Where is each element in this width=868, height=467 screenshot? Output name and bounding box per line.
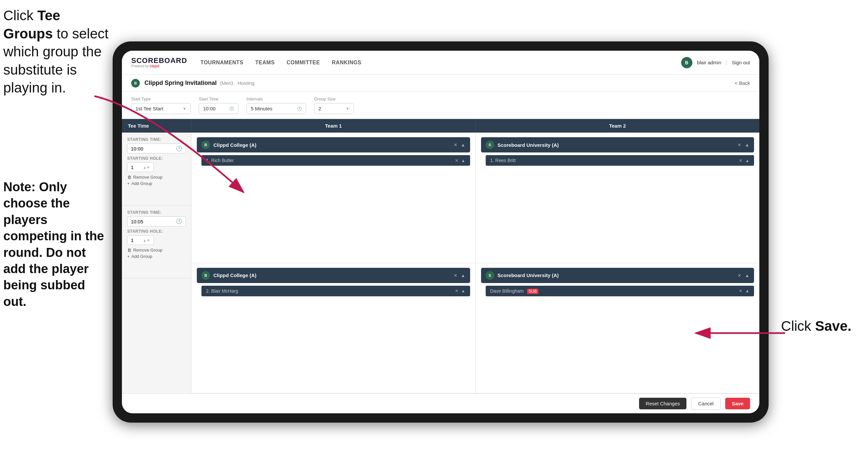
col-team1: Team 1 — [191, 119, 476, 133]
team2-group1-name: Scoreboard University (A) — [498, 142, 559, 148]
team2-group2-card[interactable]: S Scoreboard University (A) ✕ ▲ — [481, 268, 754, 283]
player-blair-expand[interactable]: ▲ — [461, 288, 465, 293]
player-rich-expand[interactable]: ▲ — [461, 158, 465, 163]
player-rich-butler[interactable]: 1. Rich Butler ✕ ▲ — [202, 155, 470, 166]
remove-icon-1: 🗑 — [127, 175, 131, 180]
team1-group2-expand[interactable]: ▲ — [461, 273, 465, 278]
nav-rankings[interactable]: RANKINGS — [332, 58, 362, 67]
team1-group2: B Clippd College (A) ✕ ▲ 2. Blair McHarg — [191, 263, 476, 393]
player-blair-mcharg[interactable]: 2. Blair McHarg ✕ ▲ — [202, 286, 470, 296]
team1-group2-actions: ✕ ▲ — [454, 273, 465, 278]
nav-user: B blair admin | Sign out — [681, 57, 750, 68]
player-rees-britt-name: 1. Rees Britt — [490, 158, 516, 163]
start-time-input[interactable]: 10:00 🕐 — [199, 103, 239, 114]
team2-group1-icon: S — [486, 141, 494, 149]
team1-group2-card[interactable]: B Clippd College (A) ✕ ▲ — [197, 268, 470, 283]
team1-group1-x[interactable]: ✕ — [454, 142, 458, 147]
add-group-label-1: Add Group — [131, 181, 152, 186]
starting-time-input-1[interactable]: 10:00 🕐 — [127, 144, 186, 153]
reset-changes-button[interactable]: Reset Changes — [639, 398, 686, 409]
instruction-tee-groups: Click Tee Groups to select which group t… — [3, 7, 109, 97]
back-button[interactable]: Back — [735, 80, 750, 86]
start-type-input[interactable]: 1st Tee Start ▼ — [131, 103, 191, 114]
team1-group2-x[interactable]: ✕ — [454, 273, 458, 278]
player-dave-x[interactable]: ✕ — [739, 288, 742, 293]
tee-group-1-cell: STARTING TIME: 10:00 🕐 STARTING HOLE: 1 … — [122, 133, 191, 205]
group-size-input[interactable]: 2 ▼ — [314, 103, 354, 114]
teams-row-1: B Clippd College (A) ✕ ▲ 1. Rich Butler — [191, 133, 760, 263]
save-button[interactable]: Save — [725, 398, 750, 409]
remove-group-label-2: Remove Group — [133, 247, 162, 253]
team1-group1-icon: B — [202, 141, 210, 149]
team2-group2-x[interactable]: ✕ — [738, 273, 741, 278]
sub-badge: SUB — [527, 289, 539, 294]
intervals-input[interactable]: 5 Minutes 🕐 — [247, 103, 306, 114]
team2-group1-card[interactable]: S Scoreboard University (A) ✕ ▲ — [481, 137, 754, 152]
tournament-gender: (Men) — [220, 80, 233, 86]
add-group-button-1[interactable]: + Add Group — [127, 181, 186, 186]
team1-group2-icon: B — [202, 271, 210, 280]
clock-icon: 🕐 — [229, 107, 234, 111]
group-size-caret: ▼ — [345, 107, 349, 111]
team2-group2: S Scoreboard University (A) ✕ ▲ Dave Bil… — [476, 263, 760, 393]
starting-hole-value-2: 1 — [131, 237, 133, 243]
hole-caret-1: ▲▼ — [143, 166, 150, 169]
sign-out-link[interactable]: Sign out — [732, 60, 750, 65]
player-dave-name: Dave Billingham SUB — [490, 288, 539, 294]
group-size-label: Group Size — [314, 96, 354, 101]
player-blair-x[interactable]: ✕ — [455, 288, 459, 293]
team2-group1-inner: S Scoreboard University (A) — [486, 141, 738, 149]
starting-time-value-1: 10:00 — [131, 146, 144, 151]
start-type-value: 1st Tee Start — [135, 106, 163, 111]
starting-hole-input-2[interactable]: 1 ▲▼ — [127, 235, 154, 245]
nav-teams[interactable]: TEAMS — [255, 58, 275, 67]
logo: SCOREBOARD Powered by clippd — [131, 57, 187, 68]
time-icon-2: 🕐 — [176, 218, 182, 224]
instruction-save: Click Save. — [781, 318, 851, 334]
navbar: SCOREBOARD Powered by clippd TOURNAMENTS… — [122, 51, 760, 75]
logo-powered: Powered by clippd — [131, 64, 187, 68]
add-group-button-2[interactable]: + Add Group — [127, 254, 186, 259]
nav-committee[interactable]: COMMITTEE — [286, 58, 320, 67]
intervals-group: Intervals 5 Minutes 🕐 — [247, 96, 306, 114]
team2-group1-x[interactable]: ✕ — [738, 142, 741, 147]
remove-group-label-1: Remove Group — [133, 175, 162, 180]
hosting-label: Hosting — [238, 80, 254, 86]
cancel-button[interactable]: Cancel — [691, 398, 720, 410]
starting-hole-label-2: STARTING HOLE: — [127, 229, 186, 234]
team1-group1-expand[interactable]: ▲ — [461, 142, 465, 147]
starting-time-value-2: 10:05 — [131, 219, 144, 224]
remove-group-button-1[interactable]: 🗑 Remove Group — [127, 175, 186, 180]
instruction-bold-tee: Tee Groups — [3, 8, 60, 41]
nav-tournaments[interactable]: TOURNAMENTS — [200, 58, 244, 67]
tee-time-column: STARTING TIME: 10:00 🕐 STARTING HOLE: 1 … — [122, 133, 191, 393]
player-rees-expand[interactable]: ▲ — [745, 158, 749, 163]
intervals-caret: 🕐 — [297, 107, 302, 111]
player-blair-name: 2. Blair McHarg — [206, 288, 238, 294]
hole-caret-2: ▲▼ — [143, 238, 150, 242]
instruction-note: Note: Only choose the players competing … — [3, 179, 109, 310]
intervals-label: Intervals — [247, 96, 306, 101]
add-icon-1: + — [127, 181, 130, 186]
remove-group-button-2[interactable]: 🗑 Remove Group — [127, 247, 186, 253]
group-size-value: 2 — [318, 106, 321, 111]
click-save-bold: Save. — [815, 318, 851, 334]
sub-header: B Clippd Spring Invitational (Men) Hosti… — [122, 75, 760, 92]
player-rees-britt[interactable]: 1. Rees Britt ✕ ▲ — [486, 155, 754, 166]
player-dave-expand[interactable]: ▲ — [745, 288, 749, 293]
player-dave-billingham[interactable]: Dave Billingham SUB ✕ ▲ — [486, 286, 754, 296]
team2-group2-expand[interactable]: ▲ — [745, 273, 749, 278]
nav-divider: | — [726, 60, 727, 65]
player-rich-x[interactable]: ✕ — [455, 158, 459, 163]
team2-group2-inner: S Scoreboard University (A) — [486, 271, 738, 280]
teams-row-2: B Clippd College (A) ✕ ▲ 2. Blair McHarg — [191, 263, 760, 394]
team2-group1-expand[interactable]: ▲ — [745, 142, 749, 147]
teams-area: B Clippd College (A) ✕ ▲ 1. Rich Butler — [191, 133, 760, 393]
team1-group1-card[interactable]: B Clippd College (A) ✕ ▲ — [197, 137, 470, 152]
start-time-value: 10:00 — [203, 106, 216, 111]
team2-group2-name: Scoreboard University (A) — [498, 272, 559, 278]
tablet-frame: SCOREBOARD Powered by clippd TOURNAMENTS… — [113, 41, 769, 422]
player-rees-x[interactable]: ✕ — [739, 158, 742, 163]
starting-hole-input-1[interactable]: 1 ▲▼ — [127, 163, 154, 172]
starting-time-input-2[interactable]: 10:05 🕐 — [127, 216, 186, 226]
